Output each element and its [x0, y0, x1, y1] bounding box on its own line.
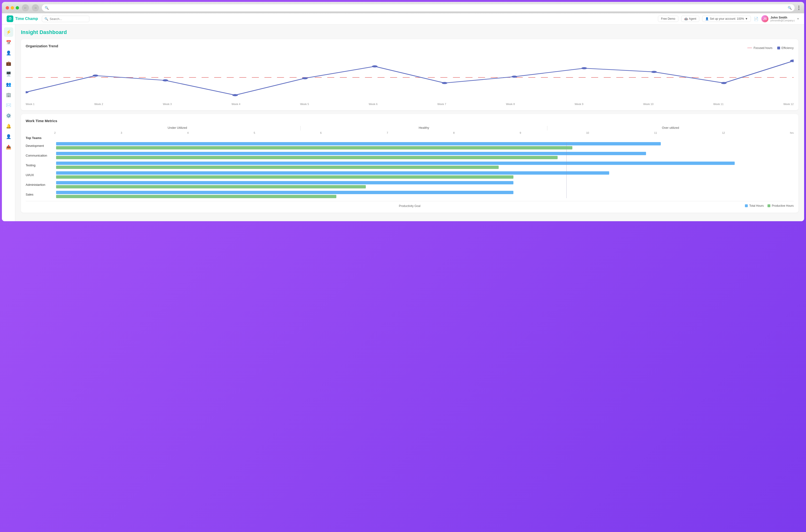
bar-testing-productive	[56, 166, 499, 169]
zone-over-utilized: Over utilized	[547, 126, 794, 130]
user-info[interactable]: JS John Smith johnsmith@Company.c ▼	[761, 15, 799, 22]
maximize-button[interactable]	[16, 6, 19, 10]
sidebar-item-user[interactable]: 👤	[4, 48, 13, 58]
total-hours-legend-label: Total Hours	[749, 204, 764, 207]
sidebar-item-team[interactable]: 👥	[4, 80, 13, 89]
team-name-communication: Communication	[26, 154, 54, 157]
logo-text: Time Champ	[15, 17, 38, 21]
legend-efficiency: Efficiency	[777, 46, 794, 50]
bar-communication-total	[56, 152, 646, 155]
app-window: ⏱ Time Champ 🔍 Free Demo 🤖 Agent 👤 Set u…	[2, 13, 804, 221]
scale-3: 3	[121, 131, 122, 134]
week-label-5: Week 5	[300, 103, 309, 106]
traffic-lights	[6, 6, 19, 10]
sidebar-item-mail[interactable]: ✉️	[4, 100, 13, 110]
setup-button[interactable]: 👤 Set up your account: 100% ▼	[702, 16, 751, 22]
sidebar-item-settings[interactable]: ⚙️	[4, 111, 13, 120]
team-name-development: Development	[26, 144, 54, 148]
svg-point-5	[302, 77, 307, 79]
minimize-button[interactable]	[11, 6, 14, 10]
browser-menu[interactable]	[798, 5, 800, 11]
svg-point-8	[511, 76, 517, 78]
scale-9: 9	[520, 131, 521, 134]
bar-uiux-productive	[56, 175, 513, 179]
scale-4: 4	[187, 131, 189, 134]
team-row-admin: Administartion	[26, 181, 794, 188]
bars-uiux	[56, 171, 794, 179]
scale-2: 2	[54, 131, 56, 134]
bar-admin-total	[56, 181, 513, 184]
team-row-communication: Communication	[26, 152, 794, 159]
forward-button[interactable]: →	[32, 4, 39, 12]
back-button[interactable]: ←	[22, 4, 29, 12]
svg-point-6	[372, 65, 377, 68]
avatar: JS	[761, 15, 768, 22]
efficiency-legend-dot	[777, 46, 780, 50]
setup-label: Set up your account: 100%	[710, 17, 744, 20]
team-row-uiux: UI/UX	[26, 171, 794, 179]
logo[interactable]: ⏱ Time Champ	[7, 16, 38, 22]
bars-admin	[56, 181, 794, 188]
scale-6: 6	[320, 131, 322, 134]
work-metrics-card: Work Time Metrics Under Utilized Healthy…	[21, 114, 799, 213]
chart-header: Organization Trend Focused hours Efficie…	[26, 44, 794, 52]
productivity-goal-label: Productivity Goal	[399, 204, 420, 208]
week-label-12: Week 12	[783, 103, 794, 106]
main-layout: ⚡ 📅 👤 💼 🖥️ 👥 🏢 ✉️ ⚙️ 🔔 👤 📤 Insight Dashb…	[2, 24, 804, 221]
sidebar: ⚡ 📅 👤 💼 🖥️ 👥 🏢 ✉️ ⚙️ 🔔 👤 📤	[2, 24, 15, 221]
week-label-9: Week 9	[575, 103, 583, 106]
top-teams-row: Top Teams	[26, 136, 794, 140]
bar-sales-total	[56, 191, 513, 194]
team-row-development: Development	[26, 142, 794, 149]
top-actions: Free Demo 🤖 Agent 👤 Set up your account:…	[658, 15, 799, 22]
sidebar-item-send[interactable]: 📤	[4, 142, 13, 152]
bars-development	[56, 142, 794, 149]
week-label-2: Week 2	[94, 103, 103, 106]
scale-numbers-row: 2 3 4 5 6 7 8 9 10 11 12 hrs	[54, 130, 794, 136]
url-input[interactable]	[51, 6, 788, 10]
scale-11: 11	[654, 131, 657, 134]
user-email: johnsmith@Company.c	[770, 19, 795, 22]
address-bar: 🔍 🔍	[42, 4, 794, 12]
zones-header-row: Under Utilized Healthy Over utilized	[54, 126, 794, 130]
bars-area: Development Communication	[26, 142, 794, 198]
agent-button[interactable]: 🤖 Agent	[681, 16, 699, 22]
week-label-6: Week 6	[369, 103, 377, 106]
week-label-10: Week 10	[643, 103, 653, 106]
week-label-1: Week 1	[26, 103, 35, 106]
scale-12: 12	[722, 131, 725, 134]
setup-icon: 👤	[705, 17, 709, 20]
sidebar-item-alerts[interactable]: 🔔	[4, 121, 13, 131]
sidebar-item-insight[interactable]: ⚡	[4, 27, 13, 37]
search-input[interactable]	[50, 17, 85, 21]
scale-7: 7	[387, 131, 388, 134]
work-metrics-title: Work Time Metrics	[26, 119, 57, 123]
scale-8: 8	[453, 131, 455, 134]
sidebar-item-calendar[interactable]: 📅	[4, 38, 13, 47]
team-row-sales: Sales	[26, 191, 794, 198]
team-name-testing: Testing	[26, 164, 54, 167]
close-button[interactable]	[6, 6, 9, 10]
svg-point-2	[93, 75, 98, 77]
scale-10: 10	[586, 131, 589, 134]
team-row-testing: Testing	[26, 162, 794, 169]
page-title: Insight Dashboard	[21, 29, 799, 35]
productivity-goal-label-container: Productivity Goal	[386, 204, 433, 208]
bars-testing	[56, 162, 794, 169]
sidebar-item-org[interactable]: 🏢	[4, 90, 13, 99]
sidebar-item-monitor[interactable]: 🖥️	[4, 69, 13, 79]
zone-under-utilized: Under Utilized	[54, 126, 301, 130]
chart-bottom: Productivity Goal Total Hours Productive…	[26, 201, 794, 208]
org-trend-legend: Focused hours Efficiency	[747, 46, 794, 50]
sidebar-item-briefcase[interactable]: 💼	[4, 59, 13, 68]
focused-hours-legend-dot	[747, 48, 752, 48]
svg-point-4	[232, 94, 238, 96]
doc-icon[interactable]: 📄	[754, 17, 758, 21]
svg-point-7	[442, 82, 447, 84]
top-teams-label: Top Teams	[26, 136, 54, 140]
free-demo-button[interactable]: Free Demo	[658, 16, 678, 22]
efficiency-legend-label: Efficiency	[782, 46, 794, 50]
address-search-right-icon: 🔍	[788, 6, 792, 10]
sidebar-item-profile[interactable]: 👤	[4, 132, 13, 141]
address-search-icon: 🔍	[45, 6, 49, 10]
